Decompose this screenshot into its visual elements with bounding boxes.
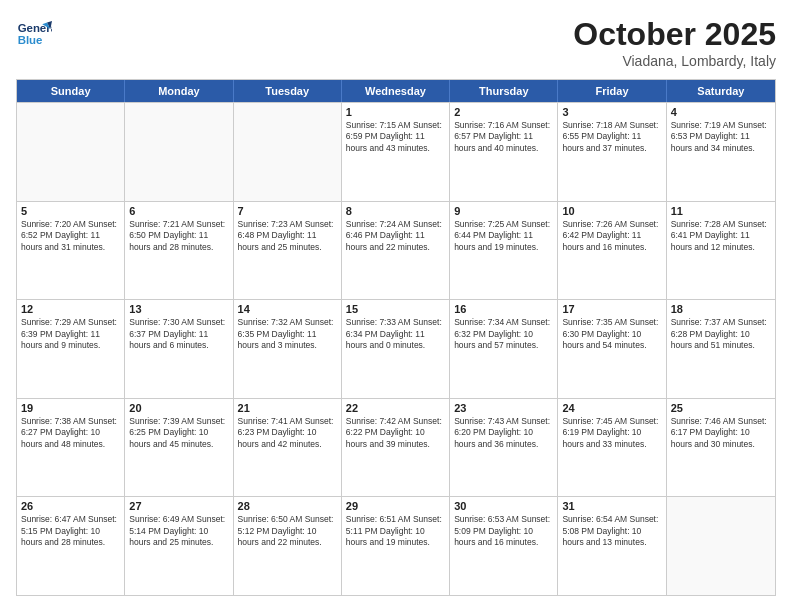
day-number: 2 bbox=[454, 106, 553, 118]
cell-daylight-info: Sunrise: 7:38 AM Sunset: 6:27 PM Dayligh… bbox=[21, 416, 120, 450]
month-title: October 2025 bbox=[573, 16, 776, 53]
cell-daylight-info: Sunrise: 7:18 AM Sunset: 6:55 PM Dayligh… bbox=[562, 120, 661, 154]
calendar-cell: 13Sunrise: 7:30 AM Sunset: 6:37 PM Dayli… bbox=[125, 300, 233, 398]
day-number: 31 bbox=[562, 500, 661, 512]
day-number: 16 bbox=[454, 303, 553, 315]
day-number: 8 bbox=[346, 205, 445, 217]
svg-text:Blue: Blue bbox=[18, 34, 43, 46]
cell-daylight-info: Sunrise: 6:50 AM Sunset: 5:12 PM Dayligh… bbox=[238, 514, 337, 548]
weekday-header: Friday bbox=[558, 80, 666, 102]
calendar-cell: 22Sunrise: 7:42 AM Sunset: 6:22 PM Dayli… bbox=[342, 399, 450, 497]
calendar-body: 1Sunrise: 7:15 AM Sunset: 6:59 PM Daylig… bbox=[17, 102, 775, 595]
cell-daylight-info: Sunrise: 7:37 AM Sunset: 6:28 PM Dayligh… bbox=[671, 317, 771, 351]
cell-daylight-info: Sunrise: 7:23 AM Sunset: 6:48 PM Dayligh… bbox=[238, 219, 337, 253]
calendar-row: 12Sunrise: 7:29 AM Sunset: 6:39 PM Dayli… bbox=[17, 299, 775, 398]
weekday-header: Monday bbox=[125, 80, 233, 102]
calendar-cell: 2Sunrise: 7:16 AM Sunset: 6:57 PM Daylig… bbox=[450, 103, 558, 201]
day-number: 1 bbox=[346, 106, 445, 118]
calendar-cell: 29Sunrise: 6:51 AM Sunset: 5:11 PM Dayli… bbox=[342, 497, 450, 595]
calendar-cell: 6Sunrise: 7:21 AM Sunset: 6:50 PM Daylig… bbox=[125, 202, 233, 300]
calendar-row: 26Sunrise: 6:47 AM Sunset: 5:15 PM Dayli… bbox=[17, 496, 775, 595]
cell-daylight-info: Sunrise: 7:20 AM Sunset: 6:52 PM Dayligh… bbox=[21, 219, 120, 253]
day-number: 9 bbox=[454, 205, 553, 217]
cell-daylight-info: Sunrise: 7:29 AM Sunset: 6:39 PM Dayligh… bbox=[21, 317, 120, 351]
day-number: 7 bbox=[238, 205, 337, 217]
cell-daylight-info: Sunrise: 6:54 AM Sunset: 5:08 PM Dayligh… bbox=[562, 514, 661, 548]
calendar-header: SundayMondayTuesdayWednesdayThursdayFrid… bbox=[17, 80, 775, 102]
day-number: 15 bbox=[346, 303, 445, 315]
cell-daylight-info: Sunrise: 7:42 AM Sunset: 6:22 PM Dayligh… bbox=[346, 416, 445, 450]
calendar-cell: 18Sunrise: 7:37 AM Sunset: 6:28 PM Dayli… bbox=[667, 300, 775, 398]
cell-daylight-info: Sunrise: 7:28 AM Sunset: 6:41 PM Dayligh… bbox=[671, 219, 771, 253]
cell-daylight-info: Sunrise: 6:53 AM Sunset: 5:09 PM Dayligh… bbox=[454, 514, 553, 548]
day-number: 4 bbox=[671, 106, 771, 118]
calendar-cell: 21Sunrise: 7:41 AM Sunset: 6:23 PM Dayli… bbox=[234, 399, 342, 497]
calendar-cell bbox=[17, 103, 125, 201]
calendar-cell: 17Sunrise: 7:35 AM Sunset: 6:30 PM Dayli… bbox=[558, 300, 666, 398]
calendar-cell: 26Sunrise: 6:47 AM Sunset: 5:15 PM Dayli… bbox=[17, 497, 125, 595]
cell-daylight-info: Sunrise: 7:41 AM Sunset: 6:23 PM Dayligh… bbox=[238, 416, 337, 450]
calendar-cell: 9Sunrise: 7:25 AM Sunset: 6:44 PM Daylig… bbox=[450, 202, 558, 300]
day-number: 21 bbox=[238, 402, 337, 414]
weekday-header: Wednesday bbox=[342, 80, 450, 102]
calendar-cell bbox=[125, 103, 233, 201]
day-number: 18 bbox=[671, 303, 771, 315]
weekday-header: Thursday bbox=[450, 80, 558, 102]
day-number: 23 bbox=[454, 402, 553, 414]
calendar-cell: 8Sunrise: 7:24 AM Sunset: 6:46 PM Daylig… bbox=[342, 202, 450, 300]
cell-daylight-info: Sunrise: 7:19 AM Sunset: 6:53 PM Dayligh… bbox=[671, 120, 771, 154]
day-number: 25 bbox=[671, 402, 771, 414]
calendar-cell: 31Sunrise: 6:54 AM Sunset: 5:08 PM Dayli… bbox=[558, 497, 666, 595]
calendar-cell: 28Sunrise: 6:50 AM Sunset: 5:12 PM Dayli… bbox=[234, 497, 342, 595]
calendar-cell: 20Sunrise: 7:39 AM Sunset: 6:25 PM Dayli… bbox=[125, 399, 233, 497]
calendar-cell: 25Sunrise: 7:46 AM Sunset: 6:17 PM Dayli… bbox=[667, 399, 775, 497]
cell-daylight-info: Sunrise: 7:46 AM Sunset: 6:17 PM Dayligh… bbox=[671, 416, 771, 450]
cell-daylight-info: Sunrise: 7:33 AM Sunset: 6:34 PM Dayligh… bbox=[346, 317, 445, 351]
calendar-row: 1Sunrise: 7:15 AM Sunset: 6:59 PM Daylig… bbox=[17, 102, 775, 201]
cell-daylight-info: Sunrise: 7:24 AM Sunset: 6:46 PM Dayligh… bbox=[346, 219, 445, 253]
cell-daylight-info: Sunrise: 7:21 AM Sunset: 6:50 PM Dayligh… bbox=[129, 219, 228, 253]
calendar-cell: 24Sunrise: 7:45 AM Sunset: 6:19 PM Dayli… bbox=[558, 399, 666, 497]
cell-daylight-info: Sunrise: 7:39 AM Sunset: 6:25 PM Dayligh… bbox=[129, 416, 228, 450]
day-number: 27 bbox=[129, 500, 228, 512]
calendar-cell: 16Sunrise: 7:34 AM Sunset: 6:32 PM Dayli… bbox=[450, 300, 558, 398]
day-number: 19 bbox=[21, 402, 120, 414]
weekday-header: Saturday bbox=[667, 80, 775, 102]
day-number: 5 bbox=[21, 205, 120, 217]
calendar-cell: 4Sunrise: 7:19 AM Sunset: 6:53 PM Daylig… bbox=[667, 103, 775, 201]
calendar-row: 5Sunrise: 7:20 AM Sunset: 6:52 PM Daylig… bbox=[17, 201, 775, 300]
cell-daylight-info: Sunrise: 6:47 AM Sunset: 5:15 PM Dayligh… bbox=[21, 514, 120, 548]
calendar-cell: 10Sunrise: 7:26 AM Sunset: 6:42 PM Dayli… bbox=[558, 202, 666, 300]
calendar-cell: 30Sunrise: 6:53 AM Sunset: 5:09 PM Dayli… bbox=[450, 497, 558, 595]
cell-daylight-info: Sunrise: 6:49 AM Sunset: 5:14 PM Dayligh… bbox=[129, 514, 228, 548]
calendar-cell: 15Sunrise: 7:33 AM Sunset: 6:34 PM Dayli… bbox=[342, 300, 450, 398]
day-number: 30 bbox=[454, 500, 553, 512]
calendar-cell: 7Sunrise: 7:23 AM Sunset: 6:48 PM Daylig… bbox=[234, 202, 342, 300]
title-block: October 2025 Viadana, Lombardy, Italy bbox=[573, 16, 776, 69]
cell-daylight-info: Sunrise: 7:43 AM Sunset: 6:20 PM Dayligh… bbox=[454, 416, 553, 450]
calendar-cell: 12Sunrise: 7:29 AM Sunset: 6:39 PM Dayli… bbox=[17, 300, 125, 398]
calendar-cell: 3Sunrise: 7:18 AM Sunset: 6:55 PM Daylig… bbox=[558, 103, 666, 201]
calendar-cell bbox=[234, 103, 342, 201]
calendar-cell: 23Sunrise: 7:43 AM Sunset: 6:20 PM Dayli… bbox=[450, 399, 558, 497]
day-number: 13 bbox=[129, 303, 228, 315]
cell-daylight-info: Sunrise: 7:45 AM Sunset: 6:19 PM Dayligh… bbox=[562, 416, 661, 450]
location: Viadana, Lombardy, Italy bbox=[573, 53, 776, 69]
cell-daylight-info: Sunrise: 7:30 AM Sunset: 6:37 PM Dayligh… bbox=[129, 317, 228, 351]
day-number: 14 bbox=[238, 303, 337, 315]
cell-daylight-info: Sunrise: 7:34 AM Sunset: 6:32 PM Dayligh… bbox=[454, 317, 553, 351]
calendar-cell: 19Sunrise: 7:38 AM Sunset: 6:27 PM Dayli… bbox=[17, 399, 125, 497]
calendar-cell: 11Sunrise: 7:28 AM Sunset: 6:41 PM Dayli… bbox=[667, 202, 775, 300]
day-number: 26 bbox=[21, 500, 120, 512]
day-number: 10 bbox=[562, 205, 661, 217]
calendar-cell: 1Sunrise: 7:15 AM Sunset: 6:59 PM Daylig… bbox=[342, 103, 450, 201]
cell-daylight-info: Sunrise: 6:51 AM Sunset: 5:11 PM Dayligh… bbox=[346, 514, 445, 548]
day-number: 12 bbox=[21, 303, 120, 315]
cell-daylight-info: Sunrise: 7:16 AM Sunset: 6:57 PM Dayligh… bbox=[454, 120, 553, 154]
day-number: 28 bbox=[238, 500, 337, 512]
cell-daylight-info: Sunrise: 7:15 AM Sunset: 6:59 PM Dayligh… bbox=[346, 120, 445, 154]
day-number: 24 bbox=[562, 402, 661, 414]
day-number: 20 bbox=[129, 402, 228, 414]
cell-daylight-info: Sunrise: 7:32 AM Sunset: 6:35 PM Dayligh… bbox=[238, 317, 337, 351]
cell-daylight-info: Sunrise: 7:26 AM Sunset: 6:42 PM Dayligh… bbox=[562, 219, 661, 253]
